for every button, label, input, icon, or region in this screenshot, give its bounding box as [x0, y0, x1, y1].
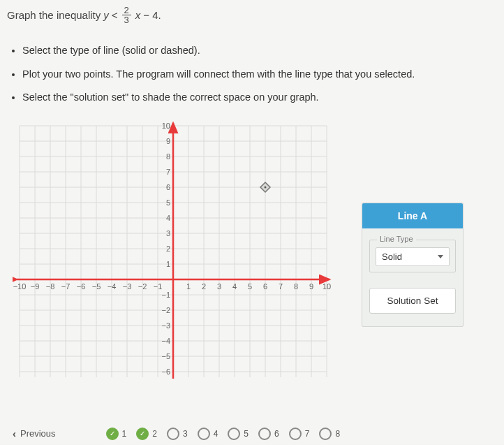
step-indicator-2[interactable]: ✓ 2: [136, 428, 157, 440]
step-number: 4: [214, 429, 218, 439]
chevron-down-icon: [438, 255, 443, 258]
svg-text:7: 7: [166, 168, 170, 176]
svg-text:4: 4: [232, 282, 237, 291]
step-number: 5: [244, 429, 249, 439]
step-indicator-6[interactable]: 6: [258, 428, 279, 440]
svg-text:−6: −6: [161, 367, 170, 376]
step-indicator-3[interactable]: 3: [167, 428, 188, 440]
svg-text:9: 9: [166, 137, 170, 145]
check-icon: ✓: [136, 428, 149, 440]
svg-text:6: 6: [263, 282, 267, 291]
line-type-legend: Line Type: [377, 235, 416, 243]
svg-text:−10: −10: [13, 282, 27, 291]
line-config-panel: Line A Line Type Solid Solution Set: [362, 203, 464, 327]
svg-text:−4: −4: [161, 337, 170, 345]
svg-text:1: 1: [166, 260, 170, 268]
step-number: 1: [122, 429, 127, 439]
svg-text:6: 6: [166, 183, 170, 191]
svg-text:−8: −8: [46, 282, 55, 291]
circle-icon: [319, 428, 332, 440]
instruction-item: Select the "solution set" to shade the c…: [22, 91, 497, 105]
var-x: x: [135, 9, 141, 21]
op-lt: <: [112, 9, 118, 21]
instruction-item: Select the type of line (solid or dashed…: [22, 44, 497, 58]
step-number: 7: [305, 429, 310, 439]
graph-canvas[interactable]: −10−9−8−7−6−5−4−3−2−1 12345678910 109876…: [13, 119, 334, 384]
svg-text:−2: −2: [161, 306, 170, 314]
svg-text:2: 2: [166, 245, 170, 253]
svg-text:10: 10: [162, 122, 170, 130]
step-indicator-4[interactable]: 4: [198, 428, 218, 440]
solution-set-label: Solution Set: [387, 296, 438, 306]
circle-icon: [289, 428, 302, 440]
step-indicator-7[interactable]: 7: [289, 428, 310, 440]
svg-text:4: 4: [166, 214, 170, 222]
svg-text:10: 10: [323, 282, 331, 291]
svg-text:−5: −5: [161, 352, 170, 360]
line-type-select[interactable]: Solid: [376, 247, 450, 266]
step-number: 6: [274, 429, 279, 439]
svg-text:−7: −7: [61, 282, 71, 291]
line-type-fieldset: Line Type Solid: [369, 240, 456, 272]
solution-set-button[interactable]: Solution Set: [369, 288, 456, 314]
previous-label: Previous: [20, 428, 56, 439]
frac-den: 3: [122, 15, 131, 24]
circle-icon: [228, 428, 240, 440]
step-indicator-8[interactable]: 8: [319, 428, 340, 440]
circle-icon: [258, 428, 271, 440]
svg-text:8: 8: [166, 152, 170, 161]
prompt-tail: − 4.: [143, 9, 161, 21]
svg-text:3: 3: [166, 229, 170, 238]
svg-text:7: 7: [279, 282, 283, 291]
svg-text:−1: −1: [161, 291, 170, 299]
svg-text:5: 5: [248, 282, 252, 291]
svg-text:−5: −5: [92, 282, 101, 291]
step-number: 8: [335, 429, 340, 439]
frac-num: 2: [122, 6, 131, 15]
svg-text:8: 8: [294, 282, 298, 291]
svg-text:−9: −9: [31, 282, 40, 291]
svg-text:9: 9: [309, 282, 313, 291]
line-type-value: Solid: [382, 251, 402, 262]
bottom-nav: ‹ Previous ✓ 1 ✓ 2 3 4 5 6 7: [0, 421, 504, 442]
svg-text:−2: −2: [138, 282, 147, 291]
fraction: 2 3: [122, 6, 131, 24]
prompt-lead: Graph the inequality: [7, 9, 101, 21]
svg-text:3: 3: [217, 282, 221, 291]
svg-text:2: 2: [202, 282, 206, 291]
step-indicator-1[interactable]: ✓ 1: [106, 428, 127, 440]
circle-icon: [198, 428, 210, 440]
plotted-point-marker: [260, 182, 270, 192]
svg-text:−6: −6: [77, 282, 86, 291]
check-icon: ✓: [106, 428, 119, 440]
svg-text:−1: −1: [154, 282, 163, 291]
svg-text:−3: −3: [123, 282, 132, 291]
svg-text:1: 1: [186, 282, 191, 291]
circle-icon: [167, 428, 179, 440]
var-y: y: [103, 9, 109, 21]
svg-point-77: [265, 186, 267, 188]
svg-text:−4: −4: [108, 282, 117, 291]
panel-title: Line A: [362, 203, 463, 228]
step-number: 3: [183, 429, 188, 439]
instruction-item: Plot your two points. The program will c…: [22, 68, 497, 82]
chevron-left-icon: ‹: [13, 428, 16, 439]
step-number: 2: [152, 429, 157, 439]
previous-button[interactable]: ‹ Previous: [7, 425, 61, 442]
instruction-list: Select the type of line (solid or dashed…: [22, 44, 497, 105]
svg-text:−3: −3: [161, 321, 170, 330]
question-prompt: Graph the inequality y < 2 3 x − 4.: [7, 6, 497, 24]
step-indicator-5[interactable]: 5: [228, 428, 249, 440]
svg-text:5: 5: [166, 198, 170, 207]
